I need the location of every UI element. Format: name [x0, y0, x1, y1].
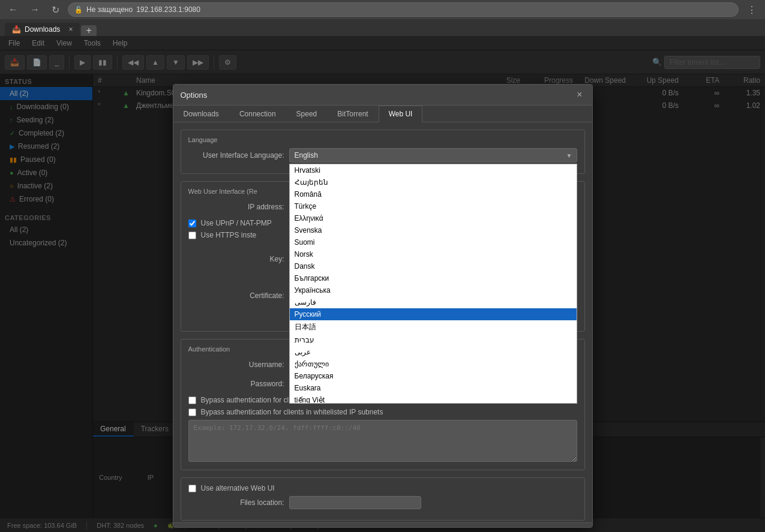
lang-option[interactable]: Euskara — [290, 382, 577, 394]
bypass-whitelist-checkbox[interactable] — [188, 408, 196, 416]
tab-favicon: 📥 — [12, 25, 21, 34]
lang-option[interactable]: Беларуская — [290, 370, 577, 382]
key-label: Key: — [188, 255, 284, 263]
modal-body: Language User Interface Language: Englis… — [173, 122, 592, 522]
alt-webui-checkbox[interactable] — [188, 485, 196, 492]
lang-option[interactable]: ქართული — [290, 358, 577, 370]
files-location-input[interactable] — [289, 496, 421, 509]
modal-scrollbar-h[interactable] — [173, 522, 592, 527]
lock-icon: 🔓 — [74, 6, 83, 14]
lang-option[interactable]: 日本語 — [290, 320, 577, 334]
upnp-label: Use UPnP / NAT-PMP — [201, 219, 272, 227]
browser-chrome: ← → ↻ 🔓 Не защищено 192.168.233.1:9080 ⋮… — [0, 0, 765, 36]
lang-option[interactable]: Svenska — [290, 224, 577, 236]
alt-webui-row: Use alternative Web UI — [188, 484, 577, 492]
lang-option[interactable]: عربى — [290, 346, 577, 358]
language-select[interactable]: English — [289, 148, 577, 163]
forward-button[interactable]: → — [26, 3, 43, 16]
modal-tab-speed[interactable]: Speed — [286, 106, 328, 122]
modal-tab-downloads[interactable]: Downloads — [173, 106, 229, 122]
browser-tabs: 📥 Downloads × + — [0, 19, 765, 36]
lang-option[interactable]: Українська — [290, 284, 577, 296]
https-checkbox[interactable] — [188, 232, 196, 239]
password-label: Password: — [188, 380, 284, 388]
lang-option-selected[interactable]: Русский — [290, 308, 577, 320]
lang-option[interactable]: עברית — [290, 334, 577, 346]
files-location-label: Files location: — [188, 498, 284, 507]
lang-option[interactable]: tiếng Việt — [290, 394, 577, 404]
lang-option[interactable]: Dansk — [290, 260, 577, 272]
address-text: 192.168.233.1:9080 — [136, 5, 200, 14]
modal-tab-connection[interactable]: Connection — [229, 106, 286, 122]
modal-overlay: Options × Downloads Connection Speed Bit… — [0, 36, 765, 532]
address-bar[interactable]: 🔓 Не защищено 192.168.233.1:9080 — [68, 2, 739, 17]
reload-button[interactable]: ↻ — [48, 3, 63, 17]
language-label: User Interface Language: — [188, 151, 284, 160]
language-section-title: Language — [188, 136, 577, 143]
alt-webui-section: Use alternative Web UI Files location: — [181, 477, 585, 521]
alt-webui-label: Use alternative Web UI — [201, 484, 275, 492]
new-tab-button[interactable]: + — [81, 25, 96, 36]
upnp-checkbox[interactable] — [188, 220, 196, 227]
lang-option[interactable]: Română — [290, 188, 577, 200]
back-button[interactable]: ← — [5, 3, 22, 16]
lang-option[interactable]: Български — [290, 272, 577, 284]
bypass-localhost-checkbox[interactable] — [188, 396, 196, 404]
ip-label: IP address: — [188, 203, 284, 211]
bypass-whitelist-label: Bypass authentication for clients in whi… — [201, 408, 383, 416]
bypass-whitelist-row: Bypass authentication for clients in whi… — [188, 408, 577, 416]
lang-option[interactable]: Ελληνικά — [290, 212, 577, 224]
modal-tab-bittorrent[interactable]: BitTorrent — [327, 106, 378, 122]
modal-close-button[interactable]: × — [574, 89, 584, 100]
menu-button[interactable]: ⋮ — [743, 3, 760, 17]
lang-option[interactable]: Hrvatski — [290, 164, 577, 176]
language-section: Language User Interface Language: Englis… — [181, 130, 585, 174]
lang-option[interactable]: Norsk — [290, 248, 577, 260]
lang-option[interactable]: Türkçe — [290, 200, 577, 212]
tab-close[interactable]: × — [68, 25, 73, 34]
language-dropdown[interactable]: Hrvatski Հայերեն Română Türkçe Ελληνικά … — [289, 164, 577, 404]
language-select-wrapper: English ▼ Hrvatski Հայերեն Română Türkçe… — [289, 148, 577, 163]
browser-toolbar: ← → ↻ 🔓 Не защищено 192.168.233.1:9080 ⋮ — [0, 0, 765, 19]
lang-option[interactable]: Հայերեն — [290, 176, 577, 188]
language-row: User Interface Language: English ▼ Hrvat… — [188, 148, 577, 163]
certificate-label: Certificate: — [188, 291, 284, 300]
lang-option[interactable]: فارسی — [290, 296, 577, 308]
files-location-row: Files location: — [188, 496, 577, 509]
options-modal: Options × Downloads Connection Speed Bit… — [173, 84, 593, 528]
modal-title: Options — [181, 91, 208, 100]
active-browser-tab[interactable]: 📥 Downloads × — [5, 23, 80, 36]
tab-title: Downloads — [25, 25, 60, 34]
modal-tab-webui[interactable]: Web UI — [379, 106, 423, 122]
lang-option[interactable]: Suomi — [290, 236, 577, 248]
username-label: Username: — [188, 360, 284, 369]
lock-text: Не защищено — [86, 5, 133, 14]
modal-tabs: Downloads Connection Speed BitTorrent We… — [173, 106, 592, 122]
bypass-textarea[interactable] — [188, 420, 577, 462]
modal-header: Options × — [173, 85, 592, 106]
https-label: Use HTTPS inste — [201, 231, 257, 239]
